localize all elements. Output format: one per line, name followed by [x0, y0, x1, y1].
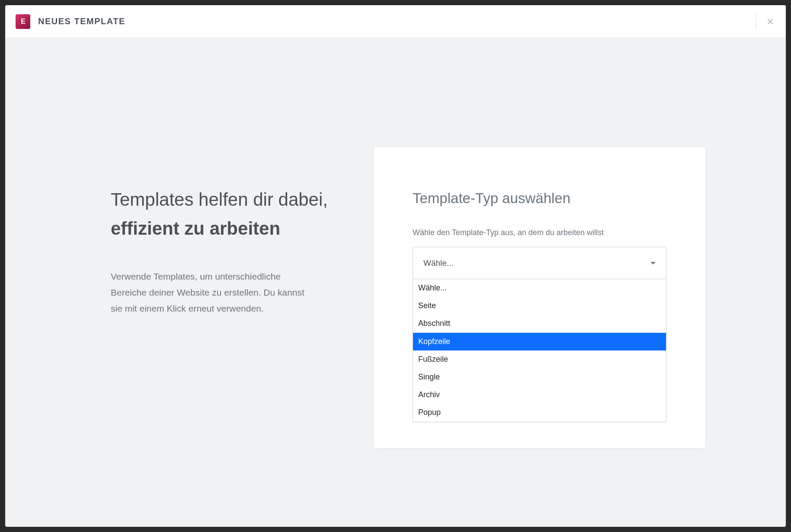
template-type-label: Wähle den Template-Typ aus, an dem du ar… [413, 228, 666, 237]
card-title: Template-Typ auswählen [413, 190, 666, 207]
modal-body: Templates helfen dir dabei, effizient zu… [5, 38, 786, 527]
chevron-down-icon [650, 262, 656, 264]
dropdown-option[interactable]: Kopfzeile [413, 333, 666, 350]
intro-heading: Templates helfen dir dabei, effizient zu… [111, 185, 344, 243]
select-current-value: Wähle... [423, 258, 454, 268]
template-type-card: Template-Typ auswählen Wähle den Templat… [374, 147, 705, 448]
close-area [756, 14, 775, 29]
dropdown-option[interactable]: Abschnitt [413, 315, 666, 332]
modal-header: E NEUES TEMPLATE [5, 5, 786, 38]
close-icon [765, 17, 775, 26]
intro-panel: Templates helfen dir dabei, effizient zu… [5, 38, 396, 527]
modal-title: NEUES TEMPLATE [38, 16, 125, 26]
intro-description: Verwende Templates, um unterschiedliche … [111, 269, 305, 316]
dropdown-option[interactable]: Seite [413, 297, 666, 315]
dropdown-option[interactable]: Single [413, 368, 666, 386]
dropdown-option[interactable]: Wähle... [413, 279, 666, 297]
new-template-modal: E NEUES TEMPLATE Templates helfen dir da… [5, 5, 786, 527]
close-button[interactable] [765, 16, 775, 27]
close-divider [756, 14, 756, 29]
dropdown-option[interactable]: Fußzeile [413, 350, 666, 368]
intro-heading-bold: effizient zu arbeiten [111, 218, 280, 239]
template-type-dropdown: Wähle...SeiteAbschnittKopfzeileFußzeileS… [413, 279, 666, 422]
logo-letter: E [21, 18, 25, 25]
template-type-select[interactable]: Wähle... [413, 247, 666, 279]
intro-heading-part1: Templates helfen dir dabei, [111, 189, 328, 210]
dropdown-option[interactable]: Archiv [413, 386, 666, 404]
elementor-logo: E [16, 14, 30, 29]
dropdown-option[interactable]: Popup [413, 404, 666, 421]
template-type-select-wrapper: Wähle... Wähle...SeiteAbschnittKopfzeile… [413, 247, 666, 422]
